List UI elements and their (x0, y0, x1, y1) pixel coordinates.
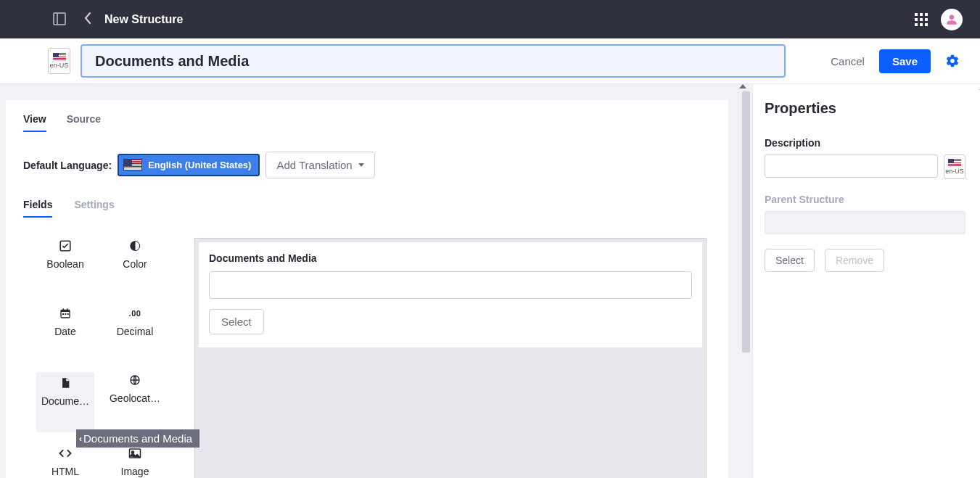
canvas-field-value-input[interactable] (209, 271, 692, 299)
builder-body: Boolean Color Date (23, 238, 711, 478)
header-actions (915, 9, 963, 30)
parent-remove-button[interactable]: Remove (825, 249, 884, 272)
description-input[interactable] (765, 154, 938, 178)
default-language-label: Default Language: (23, 160, 112, 171)
color-icon (127, 238, 143, 254)
locale-code: en-US (50, 62, 69, 69)
canvas-select-button[interactable]: Select (209, 309, 264, 334)
save-button[interactable]: Save (879, 49, 931, 73)
description-label: Description (765, 137, 965, 149)
settings-gear-icon[interactable] (945, 54, 960, 68)
add-translation-button[interactable]: Add Translation (265, 152, 374, 178)
field-palette: Boolean Color Date (23, 238, 176, 478)
structure-name-input[interactable] (81, 44, 786, 78)
description-row: en-US (765, 154, 965, 179)
svg-rect-4 (67, 308, 67, 310)
page-title: New Structure (104, 13, 183, 26)
document-icon (57, 375, 73, 391)
palette-tabs: Fields Settings (23, 199, 711, 218)
default-language-value: English (United States) (148, 160, 251, 170)
svg-rect-5 (62, 313, 64, 315)
parent-structure-label: Parent Structure (765, 194, 965, 205)
builder-tabs: View Source (23, 113, 711, 133)
language-row: Default Language: English (United States… (23, 152, 711, 178)
form-canvas[interactable]: Documents and Media Select (194, 238, 707, 478)
sub-header: en-US Cancel Save (0, 38, 980, 84)
decimal-icon: .00 (127, 305, 143, 321)
svg-rect-6 (65, 313, 66, 315)
palette-item-decimal[interactable]: .00 Decimal (106, 305, 164, 360)
palette-item-documents[interactable]: Docume… (36, 372, 94, 432)
user-avatar[interactable] (941, 9, 963, 30)
tab-source[interactable]: Source (67, 113, 101, 132)
tab-settings[interactable]: Settings (74, 199, 114, 218)
apps-grid-icon[interactable] (915, 13, 928, 26)
builder-zone: View Source Default Language: English (U… (0, 84, 752, 478)
date-icon (57, 305, 73, 321)
cancel-button[interactable]: Cancel (831, 55, 865, 67)
palette-item-geolocation[interactable]: Geolocat… (106, 372, 164, 432)
sub-header-actions: Cancel Save (831, 49, 960, 73)
parent-structure-actions: Select Remove (765, 249, 965, 272)
flag-us-icon (53, 53, 66, 61)
default-language-selector[interactable]: English (United States) (118, 154, 260, 176)
app-header: New Structure (0, 0, 980, 38)
boolean-icon (57, 238, 73, 254)
panel-toggle-icon[interactable] (53, 12, 66, 25)
add-translation-label: Add Translation (276, 159, 352, 171)
caret-down-icon (358, 163, 364, 167)
palette-item-image[interactable]: Image (106, 445, 164, 479)
palette-item-boolean[interactable]: Boolean (36, 238, 94, 292)
locale-selector[interactable]: en-US (48, 48, 70, 74)
svg-rect-7 (67, 313, 69, 315)
canvas-field-documents[interactable]: Documents and Media Select (198, 242, 703, 348)
main-content: View Source Default Language: English (U… (0, 84, 980, 478)
scroll-up-icon[interactable] (739, 84, 746, 88)
parent-select-button[interactable]: Select (765, 249, 815, 272)
palette-item-html[interactable]: HTML (36, 445, 94, 479)
globe-icon (127, 372, 143, 388)
flag-us-icon (123, 159, 142, 170)
palette-item-date[interactable]: Date (36, 305, 94, 360)
back-button[interactable] (84, 12, 91, 26)
parent-structure-input (765, 211, 965, 234)
description-locale-selector[interactable]: en-US (944, 154, 965, 179)
palette-item-color[interactable]: Color (106, 238, 164, 292)
scrollbar[interactable] (742, 91, 750, 353)
svg-rect-3 (63, 308, 64, 310)
parent-structure-row (765, 211, 965, 234)
builder-card: View Source Default Language: English (U… (6, 100, 728, 478)
locale-code: en-US (945, 168, 964, 175)
svg-rect-2 (61, 310, 70, 312)
image-icon (127, 445, 143, 461)
code-icon (57, 445, 73, 461)
properties-panel: Properties Description en-US Parent Stru… (752, 84, 980, 478)
flag-us-icon (948, 159, 961, 167)
tab-fields[interactable]: Fields (23, 199, 52, 218)
properties-title: Properties (765, 100, 965, 117)
tab-view[interactable]: View (23, 113, 46, 132)
canvas-field-label: Documents and Media (209, 252, 692, 264)
